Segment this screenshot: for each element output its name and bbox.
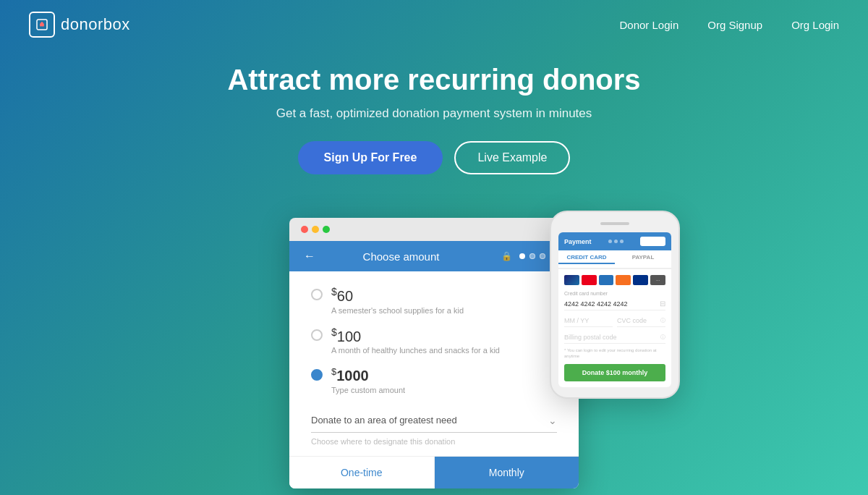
- phone-tab-active-line: [558, 263, 615, 264]
- monthly-button[interactable]: Monthly: [435, 457, 579, 488]
- cc-number-field[interactable]: 4242 4242 4242 4242 ⊟: [564, 297, 665, 310]
- phone-screen: Payment Donate CREDIT CARD PAYPAL: [558, 232, 671, 387]
- phone-speaker: [600, 222, 629, 225]
- amount-info-60: $60 A semester's school supplies for a k…: [331, 286, 464, 315]
- radio-60[interactable]: [311, 289, 323, 300]
- navigation: donorbox Donor Login Org Signup Org Logi…: [0, 0, 868, 49]
- phone-tab-paypal[interactable]: PAYPAL: [615, 250, 671, 268]
- hero-title: Attract more recurring donors: [0, 64, 868, 96]
- dot-red: [301, 226, 308, 233]
- chevron-down-icon: ⌄: [548, 415, 557, 426]
- org-signup-link[interactable]: Org Signup: [707, 19, 762, 31]
- phone-disclaimer: * You can login to edit your recurring d…: [564, 348, 665, 360]
- hero-section: Attract more recurring donors Get a fast…: [0, 49, 868, 218]
- more-cards-logo: ···: [650, 275, 665, 285]
- form-header-title: Choose amount: [308, 250, 494, 263]
- amount-value-100: $100: [331, 326, 500, 345]
- lock-icon: 🔒: [501, 251, 512, 261]
- logo-text: donorbox: [61, 15, 130, 34]
- form-header: ← Choose amount 🔒 →: [289, 241, 579, 271]
- progress-dot-2: [529, 253, 535, 259]
- phone-mockup: Payment Donate CREDIT CARD PAYPAL: [550, 211, 680, 399]
- form-body: $60 A semester's school supplies for a k…: [289, 271, 579, 446]
- phone-cta-button[interactable]: Donate $100 monthly: [564, 364, 665, 381]
- dot-yellow: [312, 226, 319, 233]
- logo-icon: [29, 12, 55, 38]
- amount-option-100: $100 A month of healthy lunches and snac…: [311, 326, 557, 355]
- hero-subtitle: Get a fast, optimized donation payment s…: [0, 106, 868, 121]
- phone-dot-2: [614, 240, 618, 243]
- phone-payment-label: Payment: [564, 238, 592, 245]
- phone-progress-dots: [608, 240, 624, 243]
- live-example-button[interactable]: Live Example: [454, 141, 570, 174]
- phone-header: Payment Donate: [558, 232, 671, 250]
- card-logos: ···: [564, 275, 665, 285]
- designate-dropdown[interactable]: Donate to an area of greatest need ⌄: [311, 409, 557, 433]
- amount-info-100: $100 A month of healthy lunches and snac…: [331, 326, 500, 355]
- hero-buttons: Sign Up For Free Live Example: [0, 141, 868, 174]
- donation-form: ← Choose amount 🔒 → $60 A semester's: [289, 241, 579, 488]
- discover-logo: [616, 275, 631, 285]
- cvc-field[interactable]: CVC code ⓘ: [617, 315, 665, 327]
- dot-green: [323, 226, 330, 233]
- demo-area: ← Choose amount 🔒 → $60 A semester's: [0, 218, 868, 488]
- amount-desc-100: A month of healthy lunches and snacks fo…: [331, 346, 500, 355]
- donor-login-link[interactable]: Donor Login: [620, 19, 679, 31]
- amount-value-1000: $1000: [331, 366, 405, 384]
- progress-dot-3: [540, 253, 545, 259]
- logo: donorbox: [29, 12, 130, 38]
- amount-desc-60: A semester's school supplies for a kid: [331, 306, 464, 315]
- amount-option-1000: $1000 Type custom amount: [311, 366, 557, 394]
- phone-dot-1: [608, 240, 612, 243]
- progress-dot-1: [519, 253, 525, 259]
- radio-100[interactable]: [311, 329, 323, 341]
- amex-logo: [599, 275, 614, 285]
- progress-dots: [519, 253, 545, 259]
- exp-cvc-row: MM / YY CVC code ⓘ: [564, 315, 665, 327]
- paypal-logo: [633, 275, 648, 285]
- browser-chrome: [289, 218, 579, 241]
- amount-desc-1000: Type custom amount: [331, 386, 405, 394]
- amount-option-60: $60 A semester's school supplies for a k…: [311, 286, 557, 315]
- signup-button[interactable]: Sign Up For Free: [298, 141, 443, 174]
- designate-hint: Choose where to designate this donation: [311, 437, 557, 446]
- org-login-link[interactable]: Org Login: [791, 19, 839, 31]
- browser-window: ← Choose amount 🔒 → $60 A semester's: [289, 218, 579, 488]
- phone-donate-button[interactable]: Donate: [640, 237, 665, 246]
- phone-tab-credit[interactable]: CREDIT CARD: [558, 250, 615, 268]
- mastercard-logo: [582, 275, 597, 285]
- phone-dot-3: [620, 240, 624, 243]
- browser-dots: [301, 226, 330, 233]
- radio-1000[interactable]: [311, 369, 323, 381]
- amount-info-1000: $1000 Type custom amount: [331, 366, 405, 394]
- amount-value-60: $60: [331, 286, 464, 305]
- visa-logo: [564, 275, 579, 285]
- phone-body: ··· Credit card number 4242 4242 4242 42…: [558, 269, 671, 387]
- postal-field[interactable]: Billing postal code ⓘ: [564, 331, 665, 344]
- cc-field-label: Credit card number: [564, 291, 665, 296]
- phone-tabs: CREDIT CARD PAYPAL: [558, 250, 671, 269]
- form-footer: One-time Monthly: [289, 456, 579, 488]
- exp-field[interactable]: MM / YY: [564, 315, 613, 327]
- nav-links: Donor Login Org Signup Org Login: [620, 19, 840, 31]
- onetime-button[interactable]: One-time: [289, 457, 435, 488]
- designate-label: Donate to an area of greatest need: [311, 415, 457, 426]
